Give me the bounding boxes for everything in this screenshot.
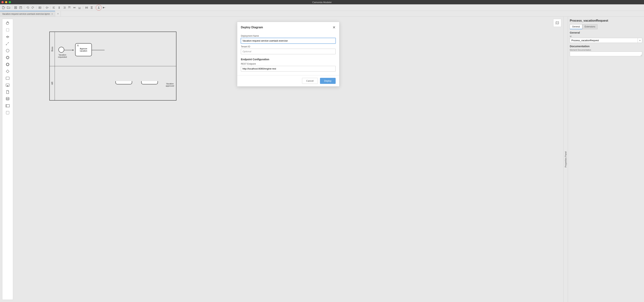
dialog-close-button[interactable]: ✕ bbox=[332, 25, 336, 30]
save-button[interactable] bbox=[13, 5, 18, 10]
properties-panel-toggle[interactable]: Properties Panel bbox=[564, 17, 568, 302]
data-store-icon[interactable] bbox=[4, 96, 11, 102]
svg-rect-9 bbox=[6, 29, 9, 32]
svg-point-13 bbox=[7, 56, 9, 58]
deployment-name-input[interactable] bbox=[241, 38, 336, 44]
lane-label: Boss bbox=[51, 47, 54, 52]
start-event-icon[interactable] bbox=[4, 48, 11, 54]
app-title: Camunda Modeler bbox=[312, 1, 332, 4]
deploy-dialog: Deploy Diagram ✕ Deployment Name Tenant … bbox=[237, 22, 340, 86]
rest-endpoint-label: REST Endpoint bbox=[241, 62, 336, 65]
data-object-icon[interactable] bbox=[4, 89, 11, 95]
run-button[interactable]: ▾ bbox=[102, 5, 106, 10]
align-bottom-button[interactable] bbox=[77, 5, 82, 10]
end-event-label: Vacation approved bbox=[164, 82, 175, 87]
start-event-label: Vacation requested bbox=[57, 54, 68, 58]
titlebar: Camunda Modeler bbox=[0, 0, 644, 4]
task-icon[interactable] bbox=[4, 75, 11, 81]
tab-close-icon[interactable]: × bbox=[51, 12, 53, 16]
task-label: Approve vacation bbox=[76, 48, 91, 52]
svg-rect-1 bbox=[20, 6, 22, 9]
align-center-button[interactable] bbox=[57, 5, 62, 10]
tenant-id-label: Tenant ID bbox=[241, 45, 336, 48]
align-middle-button[interactable] bbox=[72, 5, 77, 10]
doc-label: Element Documentation bbox=[570, 49, 642, 51]
end-event-icon[interactable] bbox=[4, 62, 11, 67]
hidden-task-2[interactable] bbox=[141, 81, 158, 84]
start-event[interactable] bbox=[58, 47, 64, 53]
properties-panel: Process_vacationRequest General Extensio… bbox=[568, 17, 644, 302]
svg-rect-0 bbox=[14, 6, 17, 9]
doc-textarea[interactable] bbox=[570, 52, 642, 56]
hidden-task-1[interactable] bbox=[116, 81, 132, 84]
properties-panel-toggle-label: Properties Panel bbox=[564, 151, 567, 168]
intermediate-event-icon[interactable] bbox=[4, 55, 11, 60]
svg-point-22 bbox=[77, 45, 78, 46]
distribute-h-button[interactable] bbox=[84, 5, 89, 10]
user-task-approve[interactable]: Approve vacation bbox=[75, 43, 92, 56]
svg-rect-5 bbox=[87, 7, 88, 8]
tab-label: Vacation-request-service-usertask-exerci… bbox=[2, 13, 50, 15]
new-file-button[interactable]: ▾ bbox=[1, 5, 6, 10]
tab-bar: Vacation-request-service-usertask-exerci… bbox=[0, 11, 644, 17]
space-tool-icon[interactable] bbox=[4, 34, 11, 40]
open-file-button[interactable] bbox=[6, 5, 11, 10]
tab-new-button[interactable]: + bbox=[55, 11, 61, 16]
participant-icon[interactable] bbox=[4, 103, 11, 109]
undo-button[interactable] bbox=[26, 5, 30, 10]
svg-point-18 bbox=[6, 97, 9, 98]
align-left-button[interactable] bbox=[52, 5, 56, 10]
element-templates-button[interactable]: ▾ bbox=[45, 5, 49, 10]
redo-button[interactable] bbox=[30, 5, 35, 10]
deploy-button[interactable] bbox=[96, 5, 101, 10]
svg-rect-19 bbox=[6, 104, 10, 107]
deploy-confirm-button[interactable]: Deploy bbox=[320, 78, 336, 84]
gateway-icon[interactable] bbox=[4, 68, 11, 74]
canvas[interactable]: Boss Vacation requested Approve vacation… bbox=[13, 17, 564, 302]
svg-rect-6 bbox=[91, 6, 92, 7]
window-minimize[interactable] bbox=[5, 1, 7, 3]
svg-point-14 bbox=[6, 63, 9, 66]
tab-extensions[interactable]: Extensions bbox=[582, 24, 598, 29]
svg-rect-7 bbox=[91, 8, 92, 9]
toolbar: ▾ ▾ ▾ bbox=[0, 4, 644, 11]
id-label: Id bbox=[570, 35, 642, 38]
hand-tool-icon[interactable] bbox=[4, 20, 11, 26]
sequence-flow-2[interactable] bbox=[92, 49, 104, 52]
deployment-name-label: Deployment Name bbox=[241, 35, 336, 37]
lasso-tool-icon[interactable] bbox=[4, 27, 11, 33]
tab-active[interactable]: Vacation-request-service-usertask-exerci… bbox=[0, 11, 55, 16]
align-right-button[interactable] bbox=[62, 5, 66, 10]
svg-rect-4 bbox=[86, 7, 86, 8]
section-documentation: Documentation bbox=[570, 45, 642, 48]
cancel-button[interactable]: Cancel bbox=[302, 78, 318, 84]
align-top-button[interactable] bbox=[67, 5, 72, 10]
save-as-button[interactable] bbox=[18, 5, 23, 10]
id-input[interactable] bbox=[570, 38, 638, 43]
sequence-flow-1[interactable] bbox=[64, 49, 75, 52]
subprocess-icon[interactable] bbox=[4, 82, 11, 88]
id-clear-button[interactable]: × bbox=[638, 38, 642, 43]
lane-label: HR bbox=[51, 82, 54, 85]
group-icon[interactable] bbox=[4, 110, 11, 116]
user-icon bbox=[76, 44, 79, 47]
svg-rect-20 bbox=[6, 111, 9, 114]
export-image-button[interactable] bbox=[38, 5, 42, 10]
tab-general[interactable]: General bbox=[570, 24, 582, 29]
properties-title: Process_vacationRequest bbox=[570, 19, 642, 22]
section-general: General bbox=[570, 31, 642, 34]
window-close[interactable] bbox=[2, 1, 4, 3]
svg-rect-15 bbox=[6, 77, 9, 80]
distribute-v-button[interactable] bbox=[89, 5, 94, 10]
window-maximize[interactable] bbox=[9, 1, 11, 3]
endpoint-section-title: Endpoint Configuration bbox=[241, 58, 336, 61]
bpmn-pool[interactable]: Boss Vacation requested Approve vacation… bbox=[49, 32, 176, 100]
dialog-title: Deploy Diagram bbox=[241, 26, 263, 29]
tenant-id-input[interactable] bbox=[241, 49, 336, 54]
rest-endpoint-input[interactable] bbox=[241, 66, 336, 72]
connect-tool-icon[interactable] bbox=[4, 41, 11, 47]
lane-boss[interactable]: Boss Vacation requested Approve vacation bbox=[50, 32, 176, 66]
svg-rect-8 bbox=[98, 8, 100, 9]
minimap-toggle[interactable] bbox=[553, 19, 561, 27]
lane-hr[interactable]: HR Vacation approved bbox=[50, 66, 176, 100]
